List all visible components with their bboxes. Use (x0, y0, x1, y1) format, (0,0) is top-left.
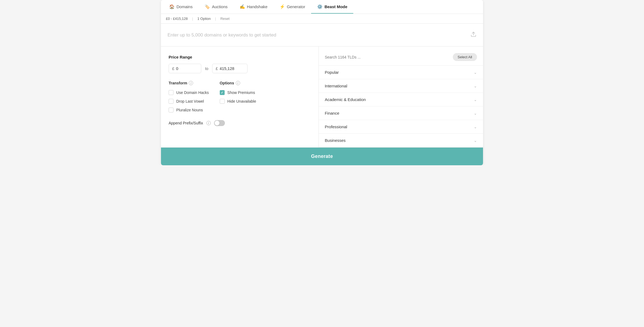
category-professional[interactable]: Professional ⌄ (319, 120, 483, 134)
checkbox-show-premiums[interactable]: Show Premiums (220, 90, 256, 95)
tab-handshake[interactable]: ✍️ Handshake (234, 0, 274, 14)
category-popular[interactable]: Popular ⌄ (319, 66, 483, 79)
checkbox-drop-last-vowel[interactable]: Drop Last Vowel (169, 99, 209, 104)
chevron-finance-icon: ⌄ (474, 111, 477, 115)
tab-generator-label: Generator (287, 4, 305, 9)
reset-button[interactable]: Reset (220, 17, 230, 21)
beast-mode-icon: ⚙️ (317, 4, 323, 9)
append-label: Append Prefix/Suffix (169, 121, 203, 125)
main-content: Price Range £ to £ Transform i (161, 47, 483, 148)
chevron-professional-icon: ⌄ (474, 125, 477, 129)
filter-bar: £0 - £415,128 | 1 Option | Reset (161, 14, 483, 24)
checkbox-label-drop-last-vowel: Drop Last Vowel (176, 99, 204, 103)
price-to-currency: £ (216, 66, 218, 71)
category-finance-label: Finance (325, 111, 339, 115)
generate-button[interactable]: Generate (161, 148, 483, 165)
options-count: 1 Option (197, 17, 211, 21)
category-academic-education[interactable]: Academic & Education ⌄ (319, 93, 483, 106)
left-panel: Price Range £ to £ Transform i (161, 47, 319, 147)
category-international-label: International (325, 84, 347, 88)
category-popular-label: Popular (325, 70, 339, 75)
checkbox-box-domain-hacks (169, 90, 174, 95)
tab-bar: 🏠 Domains 🏷️ Auctions ✍️ Handshake ⚡ Gen… (161, 0, 483, 14)
options-col: Options i Show Premiums Hide Unavailable (220, 81, 256, 112)
checkbox-box-pluralize-nouns (169, 108, 174, 112)
checkbox-use-domain-hacks[interactable]: Use Domain Hacks (169, 90, 209, 95)
upload-icon[interactable] (470, 31, 476, 39)
category-businesses-label: Businesses (325, 138, 346, 143)
select-all-button[interactable]: Select All (453, 53, 477, 61)
generator-icon: ⚡ (280, 4, 285, 9)
price-from-wrapper: £ (169, 64, 201, 73)
right-panel: Select All Popular ⌄ International ⌄ Aca… (319, 47, 483, 147)
search-placeholder-text: Enter up to 5,000 domains or keywords to… (168, 32, 276, 38)
chevron-academic-icon: ⌄ (474, 97, 477, 102)
tab-beast-mode-label: Beast Mode (324, 4, 347, 9)
price-to-wrapper: £ (212, 64, 247, 73)
append-info-icon[interactable]: i (206, 121, 211, 125)
chevron-international-icon: ⌄ (474, 84, 477, 88)
price-range-display: £0 - £415,128 (166, 17, 188, 21)
options-title: Options i (220, 81, 256, 85)
transform-info-icon[interactable]: i (189, 81, 193, 85)
checkbox-label-hide-unavailable: Hide Unavailable (227, 99, 256, 103)
price-from-currency: £ (172, 66, 174, 71)
options-label: Options (220, 81, 234, 85)
category-academic-label: Academic & Education (325, 97, 366, 102)
category-finance[interactable]: Finance ⌄ (319, 106, 483, 120)
checkbox-box-drop-last-vowel (169, 99, 174, 104)
tab-auctions-label: Auctions (212, 4, 228, 9)
checkbox-pluralize-nouns[interactable]: Pluralize Nouns (169, 108, 209, 112)
tab-domains[interactable]: 🏠 Domains (163, 0, 199, 14)
tab-generator[interactable]: ⚡ Generator (274, 0, 311, 14)
append-row: Append Prefix/Suffix i (169, 120, 311, 126)
tld-search-row: Select All (319, 53, 483, 65)
category-businesses[interactable]: Businesses ⌄ (319, 134, 483, 147)
filter-divider-2: | (215, 17, 216, 21)
category-professional-label: Professional (325, 124, 347, 129)
checkbox-label-pluralize-nouns: Pluralize Nouns (176, 108, 203, 112)
checkbox-box-hide-unavailable (220, 99, 225, 104)
tld-categories: Popular ⌄ International ⌄ Academic & Edu… (319, 65, 483, 147)
chevron-businesses-icon: ⌄ (474, 138, 477, 143)
app-container: 🏠 Domains 🏷️ Auctions ✍️ Handshake ⚡ Gen… (161, 0, 483, 165)
search-area: Enter up to 5,000 domains or keywords to… (161, 24, 483, 47)
filter-divider: | (192, 17, 193, 21)
domains-icon: 🏠 (169, 4, 175, 9)
price-range-label: Price Range (169, 55, 311, 59)
toggle-knob (215, 121, 219, 126)
tld-search-input[interactable] (325, 55, 449, 59)
category-international[interactable]: International ⌄ (319, 79, 483, 93)
append-toggle[interactable] (214, 120, 225, 126)
price-to-input[interactable] (219, 66, 244, 71)
transform-col: Transform i Use Domain Hacks Drop Last V… (169, 81, 209, 112)
tab-handshake-label: Handshake (247, 4, 268, 9)
transform-label: Transform (169, 81, 187, 85)
checkbox-hide-unavailable[interactable]: Hide Unavailable (220, 99, 256, 104)
options-row: Transform i Use Domain Hacks Drop Last V… (169, 81, 311, 112)
price-from-input[interactable] (176, 66, 198, 71)
transform-title: Transform i (169, 81, 209, 85)
tab-auctions[interactable]: 🏷️ Auctions (199, 0, 234, 14)
chevron-popular-icon: ⌄ (474, 70, 477, 75)
price-range-row: £ to £ (169, 64, 311, 73)
options-info-icon[interactable]: i (236, 81, 240, 85)
checkbox-label-domain-hacks: Use Domain Hacks (176, 90, 209, 95)
checkbox-box-show-premiums (220, 90, 225, 95)
tab-beast-mode[interactable]: ⚙️ Beast Mode (311, 0, 353, 14)
tab-domains-label: Domains (177, 4, 193, 9)
auctions-icon: 🏷️ (205, 4, 210, 9)
price-to-connector: to (205, 66, 208, 71)
checkbox-label-show-premiums: Show Premiums (227, 90, 255, 95)
handshake-icon: ✍️ (240, 4, 245, 9)
